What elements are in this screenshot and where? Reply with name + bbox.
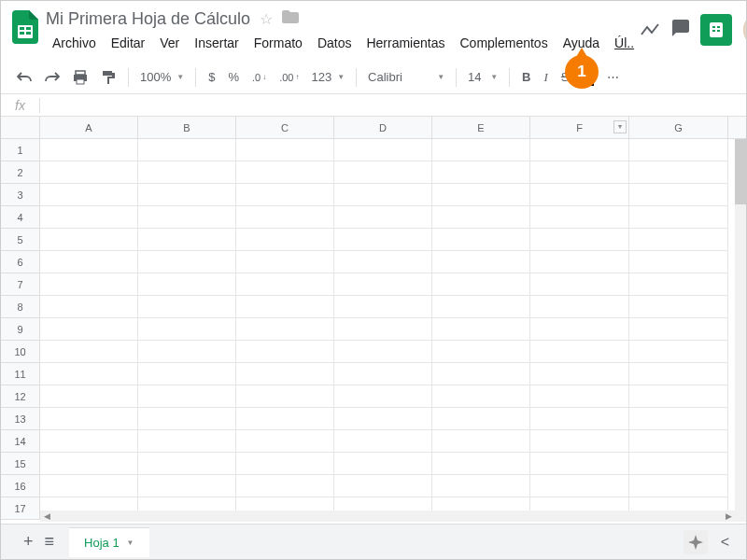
cell[interactable]: [530, 251, 629, 273]
collapse-side-icon[interactable]: <: [721, 534, 729, 551]
cell[interactable]: [236, 341, 334, 363]
cell[interactable]: [629, 184, 728, 206]
cell[interactable]: [40, 206, 138, 229]
cell[interactable]: [530, 318, 629, 341]
cell[interactable]: [334, 229, 432, 251]
cell[interactable]: [236, 408, 334, 430]
cell[interactable]: [629, 475, 728, 497]
filter-dropdown-icon[interactable]: ▾: [613, 120, 627, 133]
cell[interactable]: [629, 408, 728, 430]
cell[interactable]: [530, 273, 629, 296]
cell[interactable]: [432, 408, 530, 430]
italic-button[interactable]: I: [539, 66, 552, 89]
cell[interactable]: [334, 251, 432, 273]
cell[interactable]: [334, 408, 432, 430]
star-icon[interactable]: ☆: [260, 10, 273, 28]
menu-ver[interactable]: Ver: [153, 33, 186, 53]
cell[interactable]: [432, 453, 530, 475]
cell[interactable]: [334, 206, 432, 229]
cell[interactable]: [236, 184, 334, 206]
select-all-corner[interactable]: [1, 117, 40, 138]
cell[interactable]: [334, 139, 432, 161]
cell[interactable]: [138, 161, 236, 184]
cell[interactable]: [432, 430, 530, 453]
cell[interactable]: [334, 296, 432, 318]
col-header-d[interactable]: D: [334, 117, 432, 138]
cell[interactable]: [138, 318, 236, 341]
cell[interactable]: [334, 385, 432, 408]
sheet-tab-1[interactable]: Hoja 1 ▼: [69, 527, 149, 557]
cell[interactable]: [334, 363, 432, 385]
cell[interactable]: [629, 206, 728, 229]
add-sheet-button[interactable]: +: [18, 526, 39, 557]
cell[interactable]: [236, 475, 334, 497]
row-header[interactable]: 12: [1, 385, 40, 408]
cell[interactable]: [530, 453, 629, 475]
row-header[interactable]: 14: [1, 430, 40, 453]
cell[interactable]: [236, 229, 334, 251]
cell[interactable]: [432, 184, 530, 206]
cell[interactable]: [40, 475, 138, 497]
doc-title[interactable]: Mi Primera Hoja de Cálculo: [46, 9, 250, 29]
row-header[interactable]: 17: [1, 497, 40, 520]
cell[interactable]: [138, 229, 236, 251]
explore-button[interactable]: [684, 530, 708, 554]
cell[interactable]: [236, 161, 334, 184]
cell[interactable]: [629, 341, 728, 363]
cell[interactable]: [40, 408, 138, 430]
percent-button[interactable]: %: [223, 66, 244, 88]
cell[interactable]: [432, 161, 530, 184]
cell[interactable]: [138, 453, 236, 475]
row-header[interactable]: 11: [1, 363, 40, 385]
col-header-a[interactable]: A: [40, 117, 138, 138]
cell[interactable]: [236, 139, 334, 161]
row-header[interactable]: 7: [1, 273, 40, 296]
cell[interactable]: [629, 273, 728, 296]
share-button[interactable]: [700, 14, 732, 46]
cell[interactable]: [40, 296, 138, 318]
cell[interactable]: [629, 385, 728, 408]
row-header[interactable]: 2: [1, 161, 40, 184]
col-header-g[interactable]: G: [629, 117, 728, 138]
toolbar-more-icon[interactable]: ⋯: [602, 66, 624, 88]
currency-button[interactable]: $: [204, 66, 219, 88]
cell[interactable]: [40, 341, 138, 363]
row-header[interactable]: 8: [1, 296, 40, 318]
bold-button[interactable]: B: [517, 66, 535, 88]
cell[interactable]: [334, 453, 432, 475]
col-header-b[interactable]: B: [138, 117, 236, 138]
cell[interactable]: [530, 430, 629, 453]
cell[interactable]: [138, 251, 236, 273]
row-header[interactable]: 10: [1, 341, 40, 363]
cell[interactable]: [40, 251, 138, 273]
cell[interactable]: [432, 385, 530, 408]
cell[interactable]: [138, 363, 236, 385]
all-sheets-button[interactable]: ≡: [39, 526, 61, 557]
cell[interactable]: [40, 363, 138, 385]
menu-archivo[interactable]: Archivo: [46, 33, 103, 53]
row-header[interactable]: 5: [1, 229, 40, 251]
cell[interactable]: [629, 139, 728, 161]
cell[interactable]: [530, 161, 629, 184]
vertical-scrollbar[interactable]: [735, 139, 746, 522]
cell[interactable]: [236, 363, 334, 385]
cell[interactable]: [40, 430, 138, 453]
cell[interactable]: [334, 184, 432, 206]
cell[interactable]: [530, 139, 629, 161]
row-header[interactable]: 6: [1, 251, 40, 273]
cell[interactable]: [334, 341, 432, 363]
col-header-e[interactable]: E: [432, 117, 530, 138]
menu-last-edit[interactable]: Úl..: [608, 33, 641, 53]
cell[interactable]: [236, 251, 334, 273]
cell[interactable]: [530, 475, 629, 497]
cell[interactable]: [530, 229, 629, 251]
row-header[interactable]: 13: [1, 408, 40, 430]
cell[interactable]: [236, 385, 334, 408]
cell[interactable]: [432, 318, 530, 341]
row-header[interactable]: 15: [1, 453, 40, 475]
cell[interactable]: [629, 229, 728, 251]
col-header-c[interactable]: C: [236, 117, 334, 138]
cell[interactable]: [432, 341, 530, 363]
cell[interactable]: [40, 273, 138, 296]
cell[interactable]: [236, 273, 334, 296]
